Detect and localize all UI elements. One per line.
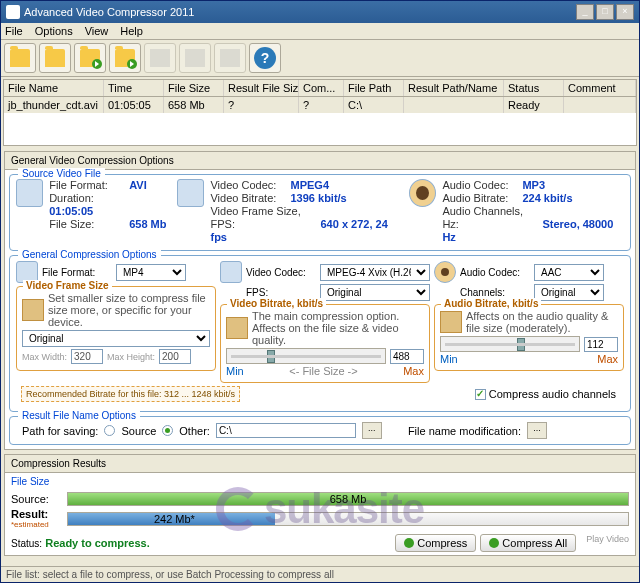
source-video-fieldset: Source Video File File Format:AVI Durati… bbox=[9, 174, 631, 251]
audio-codec-select[interactable]: AAC bbox=[534, 264, 604, 281]
menu-view[interactable]: View bbox=[85, 25, 109, 37]
audio-codec-icon bbox=[434, 261, 456, 283]
general-compression-fieldset: General Compression Options File Format:… bbox=[9, 255, 631, 412]
video-bitrate-input[interactable] bbox=[390, 349, 424, 364]
video-codec-select[interactable]: MPEG-4 Xvix (H.264) bbox=[320, 264, 430, 281]
source-size-bar: 658 Mb bbox=[67, 492, 629, 506]
status-text: Ready to compress. bbox=[45, 537, 150, 549]
file-format-select[interactable]: MP4 bbox=[116, 264, 186, 281]
filename-mod-button[interactable]: ... bbox=[527, 422, 547, 439]
play-video-link[interactable]: Play Video bbox=[586, 534, 629, 552]
video-codec-icon bbox=[177, 179, 204, 207]
browse-path-button[interactable]: ... bbox=[362, 422, 382, 439]
menu-file[interactable]: File bbox=[5, 25, 23, 37]
recommended-bitrate-note: Recommended Bitrate for this file: 312 .… bbox=[21, 386, 240, 402]
open-file-button[interactable] bbox=[4, 43, 36, 73]
compress-all-action-button[interactable]: Compress All bbox=[480, 534, 576, 552]
video-codec-icon bbox=[220, 261, 242, 283]
menu-options[interactable]: Options bbox=[35, 25, 73, 37]
menubar: File Options View Help bbox=[1, 23, 639, 40]
open-folder-button[interactable] bbox=[39, 43, 71, 73]
col-time[interactable]: Time bbox=[104, 80, 164, 96]
col-result-size[interactable]: Result File Size bbox=[224, 80, 299, 96]
result-file-fieldset: Result File Name Options Path for saving… bbox=[9, 416, 631, 445]
audio-bitrate-slider[interactable] bbox=[440, 336, 580, 352]
file-list-table: File Name Time File Size Result File Siz… bbox=[3, 79, 637, 146]
compress-action-button[interactable]: Compress bbox=[395, 534, 476, 552]
file-format-icon bbox=[16, 179, 43, 207]
compress-button[interactable] bbox=[74, 43, 106, 73]
compress-audio-checkbox[interactable] bbox=[475, 389, 486, 400]
col-filename[interactable]: File Name bbox=[4, 80, 104, 96]
audio-codec-icon bbox=[409, 179, 436, 207]
pause-button[interactable] bbox=[144, 43, 176, 73]
help-button[interactable]: ? bbox=[249, 43, 281, 73]
col-path[interactable]: File Path bbox=[344, 80, 404, 96]
audio-bitrate-icon bbox=[440, 311, 462, 333]
save-path-input[interactable] bbox=[216, 423, 356, 438]
app-icon bbox=[6, 5, 20, 19]
file-row[interactable]: jb_thunder_cdt.avi 01:05:05 658 Mb ? ? C… bbox=[4, 97, 636, 113]
audio-bitrate-input[interactable] bbox=[584, 337, 618, 352]
statusbar: File list: select a file to compress, or… bbox=[1, 566, 639, 582]
max-height-input[interactable] bbox=[159, 349, 191, 364]
close-button[interactable]: × bbox=[616, 4, 634, 20]
window-title: Advanced Video Compressor 2011 bbox=[24, 6, 194, 18]
stop-button[interactable] bbox=[179, 43, 211, 73]
compress-all-button[interactable] bbox=[109, 43, 141, 73]
bitrate-icon bbox=[226, 317, 248, 339]
col-status[interactable]: Status bbox=[504, 80, 564, 96]
path-source-radio[interactable] bbox=[104, 425, 115, 436]
tab-compression-results[interactable]: Compression Results bbox=[5, 455, 635, 473]
menu-help[interactable]: Help bbox=[120, 25, 143, 37]
col-result-path[interactable]: Result Path/Name bbox=[404, 80, 504, 96]
titlebar: Advanced Video Compressor 2011 _ □ × bbox=[1, 1, 639, 23]
channels-select[interactable]: Original bbox=[534, 284, 604, 301]
video-bitrate-slider[interactable] bbox=[226, 348, 386, 364]
help-icon: ? bbox=[254, 47, 276, 69]
path-other-radio[interactable] bbox=[162, 425, 173, 436]
skip-button[interactable] bbox=[214, 43, 246, 73]
col-compression[interactable]: Com... bbox=[299, 80, 344, 96]
frame-size-icon bbox=[22, 299, 44, 321]
fps-select[interactable]: Original bbox=[320, 284, 430, 301]
frame-size-preset-select[interactable]: Original bbox=[22, 330, 210, 347]
minimize-button[interactable]: _ bbox=[576, 4, 594, 20]
col-comment[interactable]: Comment bbox=[564, 80, 636, 96]
max-width-input[interactable] bbox=[71, 349, 103, 364]
maximize-button[interactable]: □ bbox=[596, 4, 614, 20]
toolbar: ? bbox=[1, 40, 639, 77]
result-size-bar: 242 Mb* bbox=[67, 512, 629, 526]
col-size[interactable]: File Size bbox=[164, 80, 224, 96]
